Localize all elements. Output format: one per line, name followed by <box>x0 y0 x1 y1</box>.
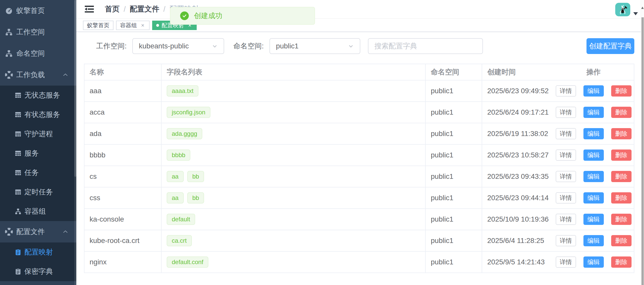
delete-button[interactable]: 删除 <box>611 107 632 118</box>
table-row: ka-consoledefaultpublic12025/10/9 10:19:… <box>84 208 634 230</box>
scrollbar-up-arrow[interactable] <box>641 7 644 9</box>
dashboard-icon <box>5 6 13 15</box>
sidebar-item-home[interactable]: 蚁擎首页 <box>0 0 76 21</box>
edit-button[interactable]: 编辑 <box>583 256 604 268</box>
workspace-select-value: kubeants-public <box>139 42 189 50</box>
cell-name: aaa <box>84 80 162 101</box>
sidebar-item-workspace[interactable]: 工作空间 <box>0 21 76 43</box>
field-tag: ca.crt <box>167 235 192 246</box>
breadcrumb-config-files[interactable]: 配置文件 <box>130 4 159 14</box>
detail-button[interactable]: 详情 <box>556 150 576 161</box>
detail-button[interactable]: 详情 <box>556 85 576 97</box>
active-tab-dot <box>156 24 159 27</box>
detail-button[interactable]: 详情 <box>556 107 576 118</box>
edit-button[interactable]: 编辑 <box>583 85 604 97</box>
detail-button[interactable]: 详情 <box>556 256 576 268</box>
sidebar-item-config-files[interactable]: 配置文件 <box>0 221 76 242</box>
sidebar-item-daemonset[interactable]: 守护进程 <box>0 124 76 144</box>
detail-button[interactable]: 详情 <box>556 192 576 203</box>
sidebar-item-service[interactable]: 服务 <box>0 144 76 163</box>
edit-button[interactable]: 编辑 <box>583 128 604 139</box>
table-row: adaada.ggggpublic12025/6/19 11:38:02详情编辑… <box>84 123 634 144</box>
breadcrumb-separator: / <box>124 5 126 13</box>
column-header: 名称 <box>84 64 162 80</box>
cell-fields: default <box>162 209 426 230</box>
delete-button[interactable]: 删除 <box>611 85 632 97</box>
cell-namespace: public1 <box>426 123 482 144</box>
sidebar-item-secret[interactable]: 保密字典 <box>0 262 76 281</box>
cell-actions: 详情编辑删除 <box>554 209 633 230</box>
cell-fields: aabb <box>162 166 426 187</box>
breadcrumb-home[interactable]: 首页 <box>105 4 120 14</box>
cell-namespace: public1 <box>426 230 482 251</box>
sidebar-item-workload[interactable]: 工作负载 <box>0 64 76 86</box>
tab-home[interactable]: 蚁擎首页 <box>83 21 113 30</box>
sidebar-item-label: 配置文件 <box>16 227 45 237</box>
delete-button[interactable]: 删除 <box>611 150 632 161</box>
table-header-row: 名称字段名列表命名空间创建时间操作 <box>84 64 634 80</box>
sidebar-item-label: 有状态服务 <box>24 110 60 119</box>
sidebar-item-namespace[interactable]: 命名空间 <box>0 43 76 64</box>
edit-button[interactable]: 编辑 <box>583 235 604 246</box>
sidebar-item-cronjob[interactable]: 定时任务 <box>0 182 76 202</box>
user-avatar[interactable] <box>615 3 630 16</box>
delete-button[interactable]: 删除 <box>611 171 632 182</box>
namespace-label: 命名空间: <box>233 41 264 51</box>
cell-namespace: public1 <box>426 145 482 166</box>
edit-button[interactable]: 编辑 <box>583 107 604 118</box>
avatar-dropdown-caret[interactable] <box>633 12 638 15</box>
delete-button[interactable]: 删除 <box>611 235 632 246</box>
sidebar-item-job[interactable]: 任务 <box>0 163 76 182</box>
edit-button[interactable]: 编辑 <box>583 171 604 182</box>
sidebar-item-pod[interactable]: 容器组 <box>0 202 76 221</box>
cell-created: 2025/6/23 09:49:52 <box>482 80 554 101</box>
field-tag: aaaa.txt <box>167 85 198 97</box>
detail-button[interactable]: 详情 <box>556 235 576 246</box>
sidebar-scrollbar[interactable] <box>74 0 76 285</box>
cell-created: 2025/6/23 10:58:27 <box>482 145 554 166</box>
column-header: 创建时间 <box>482 64 554 80</box>
table-row: kube-root-ca.crtca.crtpublic12025/6/4 11… <box>84 230 634 251</box>
delete-button[interactable]: 删除 <box>611 128 632 139</box>
cell-created: 2025/9/5 14:21:43 <box>482 252 554 273</box>
detail-button[interactable]: 详情 <box>556 128 576 139</box>
search-input[interactable] <box>368 38 483 54</box>
tab-pod[interactable]: 容器组× <box>116 21 150 30</box>
delete-button[interactable]: 删除 <box>611 256 632 268</box>
ring-icon <box>5 227 13 236</box>
detail-button[interactable]: 详情 <box>556 171 576 182</box>
table-row: accajsconfig.jsonpublic12025/6/24 09:17:… <box>84 101 634 123</box>
edit-button[interactable]: 编辑 <box>583 214 604 225</box>
delete-button[interactable]: 删除 <box>611 214 632 225</box>
filter-toolbar: 工作空间: kubeants-public 命名空间: public1 创建配置… <box>96 38 634 54</box>
edit-button[interactable]: 编辑 <box>583 192 604 203</box>
sidebar-item-deployment[interactable]: 无状态服务 <box>0 86 76 105</box>
cell-fields: ada.gggg <box>162 123 426 144</box>
create-configmap-button[interactable]: 创建配置字典 <box>586 38 634 54</box>
cell-actions: 详情编辑删除 <box>554 80 633 101</box>
page-scrollbar-thumb[interactable] <box>641 17 644 285</box>
sidebar-item-statefulset[interactable]: 有状态服务 <box>0 105 76 124</box>
sidebar-item-configmap[interactable]: 配置映射 <box>0 242 76 262</box>
delete-button[interactable]: 删除 <box>611 192 632 203</box>
cell-actions: 详情编辑删除 <box>554 123 633 144</box>
workspace-select[interactable]: kubeants-public <box>132 38 224 54</box>
cell-namespace: public1 <box>426 102 482 123</box>
cell-fields: bbbb <box>162 145 426 166</box>
submenu-config-files: 配置映射保密字典 <box>0 242 76 281</box>
cell-name: kube-root-ca.crt <box>84 230 162 251</box>
sidebar-item-label: 守护进程 <box>24 129 53 139</box>
detail-button[interactable]: 详情 <box>556 214 576 225</box>
page-scrollbar[interactable] <box>641 0 644 285</box>
cell-namespace: public1 <box>426 187 482 208</box>
sidebar-collapse-icon[interactable] <box>84 4 95 15</box>
namespace-select[interactable]: public1 <box>269 38 360 54</box>
org-tree-icon <box>5 28 13 36</box>
sidebar: 蚁擎首页工作空间命名空间工作负载无状态服务有状态服务守护进程服务任务定时任务容器… <box>0 0 76 285</box>
edit-button[interactable]: 编辑 <box>583 150 604 161</box>
cell-namespace: public1 <box>426 166 482 187</box>
breadcrumb-separator: / <box>163 5 165 13</box>
close-icon[interactable]: × <box>140 23 146 28</box>
field-tag: bb <box>187 171 204 182</box>
sidebar-scrollbar-thumb[interactable] <box>74 0 76 177</box>
